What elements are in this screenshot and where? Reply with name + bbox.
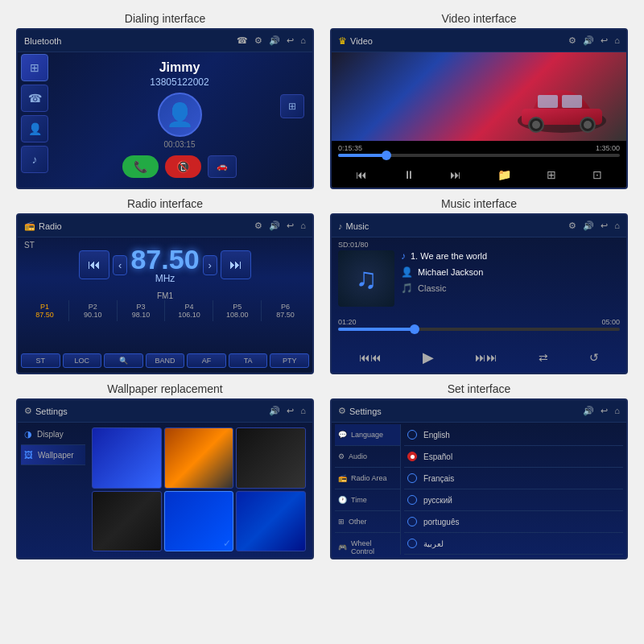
preset-5-freq: 108.00 (215, 311, 259, 319)
radio-band-btn[interactable]: BAND (146, 353, 185, 368)
lang-arabic-label: لعربية (423, 539, 444, 548)
preset-6[interactable]: P6 87.50 (262, 300, 309, 321)
radio-settings-icon[interactable]: ⚙ (254, 221, 262, 231)
music-home-icon[interactable]: ⌂ (614, 221, 620, 231)
video-progress-bar[interactable] (338, 154, 620, 157)
lang-espanol-option[interactable]: Español (404, 446, 623, 468)
music-progress-dot[interactable] (410, 324, 419, 334)
call-reject-button[interactable]: 📵 (165, 155, 201, 178)
settings-display-item[interactable]: ◑ Display (21, 424, 85, 445)
keypad-button[interactable]: ⊞ (280, 94, 304, 118)
settings-language-item[interactable]: 💬 Language (335, 424, 400, 446)
wallpaper-thumb-6[interactable] (236, 491, 306, 552)
video-prev-btn[interactable]: ⏮ (356, 168, 367, 181)
wallpaper-thumb-5[interactable]: ✓ (164, 491, 234, 552)
radio-step-fwd-btn[interactable]: › (203, 255, 217, 275)
music-settings-icon[interactable]: ⚙ (568, 221, 576, 231)
wallpaper-home-icon[interactable]: ⌂ (300, 406, 306, 416)
radio-st-btn[interactable]: ST (21, 353, 60, 368)
video-label: Video interface (330, 12, 628, 25)
avatar: 👤 (158, 93, 202, 137)
video-topbar-title: Video (350, 36, 568, 46)
music-next-btn[interactable]: ⏭⏭ (475, 351, 497, 364)
settings-wallpaper-label: Wallpaper (38, 451, 74, 460)
home-icon[interactable]: ⌂ (300, 35, 306, 46)
wallpaper-thumb-4[interactable] (92, 491, 162, 552)
back-icon[interactable]: ↩ (287, 35, 294, 46)
music-back-icon[interactable]: ↩ (601, 221, 608, 231)
radio-back-icon[interactable]: ↩ (287, 221, 294, 231)
video-next-btn[interactable]: ⏭ (450, 168, 461, 181)
music-repeat-btn[interactable]: ↺ (589, 351, 599, 364)
lang-espanol-radio[interactable] (407, 452, 417, 461)
music-prev-btn[interactable]: ⏮⏮ (359, 351, 382, 364)
radio-frequency: 87.50 (130, 246, 199, 273)
lang-russian-radio[interactable] (407, 495, 417, 505)
video-volume-icon[interactable]: 🔊 (583, 35, 594, 46)
settings-other-item[interactable]: ⊞ Other (335, 511, 400, 533)
lang-portuguese-option[interactable]: português (404, 511, 623, 533)
music-progress-bar[interactable] (338, 328, 620, 331)
music-play-btn[interactable]: ▶ (423, 349, 434, 366)
radio-home-icon[interactable]: ⌂ (300, 221, 306, 231)
music-shuffle-btn[interactable]: ⇄ (539, 351, 548, 364)
video-folder-btn[interactable]: 📁 (497, 168, 511, 181)
lang-arabic-radio[interactable] (407, 539, 417, 548)
radio-prev-btn[interactable]: ⏮ (79, 250, 109, 279)
video-back-icon[interactable]: ↩ (601, 35, 608, 46)
settings-audio-item[interactable]: ⚙ Audio (335, 446, 400, 468)
wallpaper-back-icon[interactable]: ↩ (287, 406, 294, 416)
settings-radio-area-item[interactable]: 📻 Radio Area (335, 468, 400, 489)
settings-home-icon[interactable]: ⌂ (614, 406, 620, 416)
preset-4[interactable]: P4 106.10 (165, 300, 213, 321)
dial-keypad-btn[interactable]: ⊞ (21, 54, 48, 81)
radio-ta-btn[interactable]: TA (229, 353, 268, 368)
radio-volume-icon[interactable]: 🔊 (269, 221, 280, 231)
settings-volume-icon[interactable]: 🔊 (583, 406, 594, 416)
radio-af-btn[interactable]: AF (187, 353, 226, 368)
lang-portuguese-radio[interactable] (407, 517, 417, 526)
preset-3[interactable]: P3 98.10 (118, 300, 166, 321)
settings-wheel-item[interactable]: 🎮 Wheel Control (335, 533, 400, 559)
wallpaper-thumb-2[interactable] (164, 427, 234, 489)
settings-icon[interactable]: ⚙ (254, 35, 262, 46)
wallpaper-volume-icon[interactable]: 🔊 (269, 406, 280, 416)
video-settings-icon[interactable]: ⚙ (568, 35, 576, 46)
music-volume-icon[interactable]: 🔊 (583, 221, 594, 231)
call-accept-button[interactable]: 📞 (122, 155, 159, 178)
lang-francais-option[interactable]: Français (404, 468, 623, 489)
dial-music-btn[interactable]: ♪ (21, 146, 48, 173)
wallpaper-thumb-1[interactable] (92, 427, 162, 489)
radio-search-btn[interactable]: 🔍 (104, 353, 143, 368)
video-pause-btn[interactable]: ⏸ (403, 168, 415, 181)
music-track-icon: ♪ (401, 250, 406, 262)
video-progress-dot[interactable] (382, 151, 391, 160)
lang-english-radio[interactable] (407, 430, 417, 440)
volume-icon[interactable]: 🔊 (269, 35, 280, 46)
video-home-icon[interactable]: ⌂ (614, 35, 620, 46)
settings-time-item[interactable]: 🕐 Time (335, 489, 400, 511)
settings-display-label: Display (37, 430, 64, 439)
radio-pty-btn[interactable]: PTY (270, 353, 309, 368)
music-time-total: 05:00 (601, 318, 620, 326)
radio-loc-btn[interactable]: LOC (63, 353, 102, 368)
radio-next-btn[interactable]: ⏭ (221, 250, 251, 279)
settings-audio-icon: ⚙ (338, 452, 345, 460)
lang-english-option[interactable]: English (404, 424, 623, 446)
dial-contact-btn[interactable]: 👤 (21, 115, 48, 142)
preset-5[interactable]: P5 108.00 (213, 300, 262, 321)
settings-wallpaper-item[interactable]: 🖼 Wallpaper (21, 445, 85, 465)
lang-arabic-option[interactable]: لعربية (404, 533, 623, 555)
dial-phone-btn[interactable]: ☎ (21, 85, 48, 112)
video-repeat-btn[interactable]: ⊡ (592, 168, 602, 181)
wallpaper-thumb-3[interactable] (236, 427, 306, 489)
lang-francais-radio[interactable] (407, 473, 417, 483)
preset-1[interactable]: P1 87.50 (21, 300, 69, 321)
settings-back-icon[interactable]: ↩ (601, 406, 608, 416)
phone-icon[interactable]: ☎ (237, 35, 248, 46)
preset-2[interactable]: P2 90.10 (69, 300, 118, 321)
video-aspect-btn[interactable]: ⊞ (547, 168, 556, 181)
radio-step-back-btn[interactable]: ‹ (113, 255, 127, 275)
call-extra-button[interactable]: 🚗 (208, 155, 237, 178)
lang-russian-option[interactable]: русский (404, 489, 623, 511)
